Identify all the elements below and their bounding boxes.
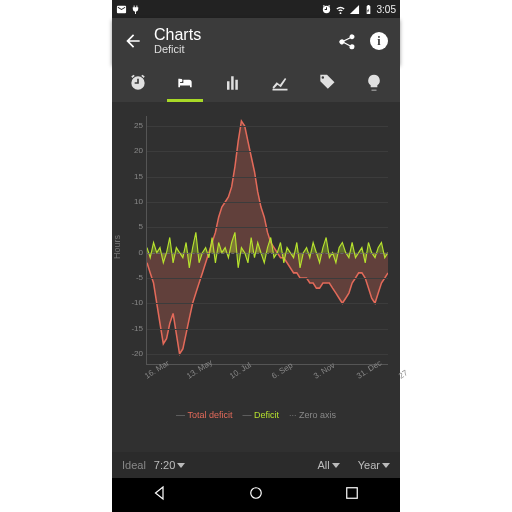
clock-time: 3:05 bbox=[377, 4, 396, 15]
trend-icon bbox=[270, 73, 290, 93]
ideal-label: Ideal bbox=[122, 459, 146, 471]
tab-sleep[interactable] bbox=[161, 64, 208, 102]
svg-rect-1 bbox=[347, 488, 358, 499]
legend-total-deficit: Total deficit bbox=[187, 410, 232, 420]
app-bar: Charts Deficit i bbox=[112, 18, 400, 64]
tab-bar bbox=[112, 64, 400, 102]
y-tick: 25 bbox=[123, 121, 143, 130]
plug-icon bbox=[130, 4, 141, 15]
wifi-icon bbox=[335, 4, 346, 15]
alarm-status-icon bbox=[321, 4, 332, 15]
tab-trend[interactable] bbox=[256, 64, 303, 102]
back-button[interactable] bbox=[122, 30, 144, 52]
range-dropdown[interactable]: All bbox=[318, 459, 340, 471]
alarm-icon bbox=[128, 73, 148, 93]
period-value: Year bbox=[358, 459, 380, 471]
phone-frame: 3:05 Charts Deficit i Hours 2520151050-5… bbox=[112, 0, 400, 512]
bulb-icon bbox=[364, 73, 384, 93]
mail-icon bbox=[116, 4, 127, 15]
info-button[interactable]: i bbox=[368, 30, 390, 52]
chart-svg bbox=[147, 116, 388, 364]
share-button[interactable] bbox=[336, 30, 358, 52]
chart-plot[interactable]: 2520151050-5-10-15-2016. Mar13. May10. J… bbox=[146, 116, 388, 365]
system-nav-bar bbox=[112, 478, 400, 512]
tab-alarm[interactable] bbox=[114, 64, 161, 102]
y-tick: 15 bbox=[123, 172, 143, 181]
bed-icon bbox=[175, 73, 195, 93]
bars-icon bbox=[222, 73, 242, 93]
y-tick: -20 bbox=[123, 349, 143, 358]
y-tick: -10 bbox=[123, 298, 143, 307]
status-bar: 3:05 bbox=[112, 0, 400, 18]
cell-icon bbox=[349, 4, 360, 15]
tab-tips[interactable] bbox=[351, 64, 398, 102]
range-value: All bbox=[318, 459, 330, 471]
period-dropdown[interactable]: Year bbox=[358, 459, 390, 471]
y-tick: 5 bbox=[123, 222, 143, 231]
battery-icon bbox=[363, 4, 374, 15]
caret-down-icon bbox=[177, 463, 185, 468]
y-tick: -15 bbox=[123, 324, 143, 333]
nav-recent[interactable] bbox=[343, 484, 361, 506]
legend-zero-axis: Zero axis bbox=[299, 410, 336, 420]
legend-deficit: Deficit bbox=[254, 410, 279, 420]
appbar-titles: Charts Deficit bbox=[154, 27, 201, 55]
bottom-controls: Ideal 7:20 All Year bbox=[112, 452, 400, 478]
page-title: Charts bbox=[154, 27, 201, 44]
ideal-value: 7:20 bbox=[154, 459, 175, 471]
svg-point-0 bbox=[251, 488, 262, 499]
nav-home[interactable] bbox=[247, 484, 265, 506]
y-tick: 0 bbox=[123, 248, 143, 257]
caret-down-icon bbox=[382, 463, 390, 468]
x-tick: 27 bbox=[397, 368, 409, 380]
page-subtitle: Deficit bbox=[154, 44, 201, 56]
y-tick: -5 bbox=[123, 273, 143, 282]
tab-bars[interactable] bbox=[209, 64, 256, 102]
tab-tags[interactable] bbox=[303, 64, 350, 102]
chart-area: Hours 2520151050-5-10-15-2016. Mar13. Ma… bbox=[118, 110, 394, 420]
caret-down-icon bbox=[332, 463, 340, 468]
nav-back[interactable] bbox=[151, 484, 169, 506]
ideal-dropdown[interactable]: 7:20 bbox=[154, 459, 185, 471]
y-axis-label: Hours bbox=[112, 235, 122, 259]
y-tick: 20 bbox=[123, 146, 143, 155]
y-tick: 10 bbox=[123, 197, 143, 206]
tag-icon bbox=[317, 73, 337, 93]
chart-legend: — Total deficit — Deficit ··· Zero axis bbox=[118, 410, 394, 420]
